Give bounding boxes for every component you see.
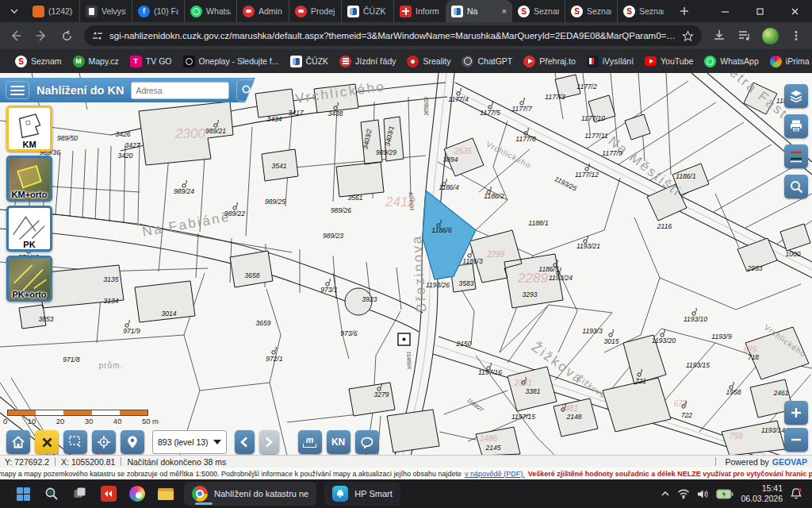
tab-10[interactable]: Seznam (512, 0, 565, 22)
file-explorer-button[interactable] (152, 481, 179, 506)
bookmark-seznam[interactable]: Seznam (15, 56, 62, 67)
tab-3[interactable]: (10) Fa (132, 0, 184, 22)
bookmark-star-icon[interactable] (682, 30, 694, 42)
zoom-out-button[interactable] (784, 428, 808, 452)
tray-chevron-up-icon[interactable] (661, 489, 670, 498)
tab-12[interactable]: Seznam (617, 0, 669, 22)
window-close-button[interactable] (777, 0, 812, 22)
bookmark-j-zdn-dy[interactable]: Jízdní řády (339, 56, 396, 67)
tab-7[interactable]: ČÚZK (341, 0, 393, 22)
address-bar[interactable]: sgi-nahlizenidokn.cuzk.gov.cz/marushka/d… (84, 25, 702, 46)
forward-button[interactable] (33, 28, 49, 44)
parcel-symbol-icon (609, 329, 614, 337)
tab-search-button[interactable] (5, 2, 24, 21)
tab-5[interactable]: Admin (236, 0, 289, 22)
layer-button-km-orto[interactable]: KM+orto (6, 156, 52, 202)
history-forward-button[interactable] (259, 430, 279, 454)
wifi-icon[interactable] (677, 488, 690, 499)
window-minimize-button[interactable] (707, 0, 742, 22)
zoom-level-select[interactable]: 893 (level 13) (152, 430, 227, 454)
tab-11[interactable]: Seznam (565, 0, 617, 22)
tab-1[interactable]: (1242) (27, 0, 79, 22)
tab-4[interactable]: WhatsA (184, 0, 236, 22)
close-tab-icon[interactable]: × (502, 6, 507, 16)
chrome-window-task[interactable]: Nahlížení do katastru ne (184, 482, 316, 506)
taskbar-clock[interactable]: 15:41 06.03.2026 (741, 483, 783, 503)
speaker-icon[interactable] (697, 489, 709, 499)
map-label-parcel: 3134 (104, 297, 119, 305)
parcel-symbol-icon (182, 180, 187, 187)
plus-icon (790, 406, 802, 419)
browser-menu-button[interactable] (788, 28, 804, 44)
locate-button[interactable] (92, 430, 116, 454)
bookmark-oneplay-sledujte-f-[interactable]: Oneplay - Sledujte f... (183, 56, 279, 67)
tab-2[interactable]: Velvysl (79, 0, 132, 22)
zoom-in-button[interactable] (784, 401, 808, 425)
bookmark-whatsapp[interactable]: WhatsApp (704, 56, 758, 67)
measure-length-button[interactable]: m (298, 430, 322, 454)
history-back-button[interactable] (235, 430, 255, 454)
cadastral-map[interactable]: VrchlickéhoVrchlickéhoPetra FastraNa Měs… (0, 73, 812, 455)
url-text[interactable]: sgi-nahlizenidokn.cuzk.gov.cz/marushka/d… (109, 31, 676, 40)
tab-8[interactable]: Inform (393, 0, 446, 22)
red-app-shortcut[interactable] (95, 481, 122, 506)
kn-info-button[interactable]: KN (327, 430, 350, 454)
bookmark-mapy-cz[interactable]: Mapy.cz (73, 56, 119, 67)
reload-button[interactable] (59, 28, 75, 44)
layers-panel-button[interactable] (784, 84, 808, 108)
map-label-parcel: 973/1 (320, 286, 338, 294)
taskbar-search-button[interactable] (38, 481, 65, 506)
print-button[interactable] (784, 114, 808, 138)
start-button[interactable] (10, 481, 36, 506)
profile-avatar[interactable] (762, 28, 779, 44)
select-by-polygon-button[interactable] (355, 430, 379, 454)
maximize-icon (756, 7, 764, 16)
tab-label: Inform (416, 6, 440, 16)
downloads-button[interactable] (711, 28, 727, 44)
layer-label: KM+orto (9, 190, 50, 199)
notifications-bell-icon[interactable] (790, 487, 802, 500)
forward-arrow-icon (35, 29, 48, 42)
legend-button[interactable] (784, 144, 808, 168)
scale-bar: 01020304050 m (7, 410, 148, 425)
bookmark-sreality[interactable]: Sreality (407, 56, 450, 67)
tab-9-active[interactable]: Na× (446, 0, 512, 22)
map-label-parcel: 3015 (604, 337, 619, 345)
bookmark-tv-go[interactable]: TV GO (130, 56, 172, 67)
tab-6[interactable]: Prodej (289, 0, 341, 22)
back-button[interactable] (8, 28, 24, 44)
paint-app-shortcut[interactable] (124, 481, 151, 506)
geovap-link[interactable]: GEOVAP (772, 457, 807, 467)
scale-segments (7, 410, 148, 416)
select-by-rectangle-button[interactable] (63, 430, 87, 454)
site-settings-icon[interactable] (92, 30, 103, 41)
scale-tick: 30 (85, 417, 94, 425)
address-search-input[interactable] (131, 82, 229, 99)
layer-button-km[interactable]: KM (6, 106, 52, 152)
cancel-selection-button[interactable] (35, 430, 59, 454)
place-pin-button[interactable] (121, 430, 144, 454)
home-extent-button[interactable] (6, 430, 30, 454)
layer-button-pk-orto[interactable]: PK+orto (6, 256, 52, 302)
chrome-window-title: Nahlížení do katastru ne (214, 489, 308, 498)
layer-button-pk[interactable]: PK (6, 206, 52, 252)
hp-smart-task[interactable]: HP Smart (324, 482, 400, 506)
windows-taskbar: Nahlížení do katastru ne HP Smart 15:41 … (0, 479, 812, 508)
help-pdf-link[interactable]: v nápovědě (PDF). (465, 470, 525, 478)
bookmark-ivys-l-n-[interactable]: iVysílání (587, 56, 634, 67)
new-tab-button[interactable] (674, 1, 695, 21)
bookmark-iprima[interactable]: iPrima (770, 56, 810, 67)
parcel-symbol-icon (326, 279, 331, 286)
battery-icon[interactable] (716, 489, 733, 499)
bookmark-p-ehraj-to[interactable]: Přehraj.to (523, 56, 576, 67)
bookmark-chatgpt[interactable]: ChatGPT (462, 56, 512, 67)
bookmark--zk[interactable]: ČÚZK (290, 56, 329, 67)
media-controls-button[interactable] (737, 28, 753, 44)
bookmark-youtube[interactable]: YouTube (645, 56, 693, 66)
menu-hamburger-button[interactable] (6, 81, 29, 99)
map-label-pink-sm: 2535 (454, 147, 473, 156)
window-maximize-button[interactable] (742, 0, 777, 22)
chevron-down-icon (10, 6, 19, 16)
map-search-button[interactable] (784, 175, 808, 198)
task-view-button[interactable] (67, 481, 94, 506)
